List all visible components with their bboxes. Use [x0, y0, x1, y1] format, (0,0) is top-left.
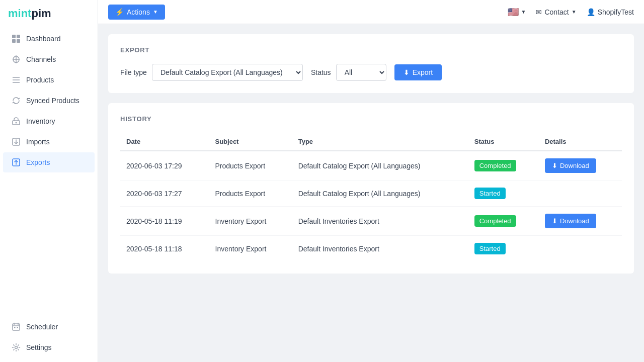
svg-rect-16: [17, 327, 19, 328]
export-title: EXPORT: [120, 46, 622, 54]
contact-label: Contact: [544, 8, 569, 16]
cell-status: Started: [468, 236, 539, 262]
sidebar: mintpim Dashboard Channels: [0, 0, 98, 362]
products-icon: [11, 75, 21, 85]
sidebar-item-settings-label: Settings: [26, 343, 52, 351]
svg-rect-15: [14, 327, 16, 328]
download-icon: ⬇: [552, 217, 557, 225]
col-date: Date: [120, 133, 209, 151]
cell-date: 2020-05-18 11:18: [120, 236, 209, 262]
language-selector[interactable]: 🇺🇸 ▼: [508, 7, 526, 18]
contact-menu[interactable]: ✉ Contact ▼: [536, 8, 576, 16]
download-button[interactable]: ⬇ Download: [545, 214, 596, 228]
status-group: Status All Completed Started Failed: [311, 64, 386, 81]
cell-type: Default Catalog Export (All Languages): [292, 151, 468, 180]
topbar-right: 🇺🇸 ▼ ✉ Contact ▼ 👤 ShopifyTest: [508, 7, 634, 18]
cell-details: ⬇ Download: [539, 207, 622, 236]
inventory-icon: [11, 116, 21, 126]
cell-type: Default Catalog Export (All Languages): [292, 180, 468, 207]
status-label: Status: [311, 68, 331, 76]
history-table-body: 2020-06-03 17:29 Products Export Default…: [120, 151, 622, 261]
logo-pim: pim: [31, 7, 51, 20]
export-section: EXPORT File type Default Catalog Export …: [108, 34, 634, 93]
topbar-left: ⚡ Actions ▼: [108, 5, 165, 20]
table-row: 2020-05-18 11:18 Inventory Export Defaul…: [120, 236, 622, 262]
history-table-header: Date Subject Type Status Details: [120, 133, 622, 151]
cell-status: Completed: [468, 151, 539, 180]
table-row: 2020-06-03 17:29 Products Export Default…: [120, 151, 622, 180]
channels-icon: [11, 54, 21, 64]
status-badge: Completed: [474, 160, 516, 171]
download-label: Download: [560, 162, 589, 169]
sidebar-item-exports-label: Exports: [26, 158, 50, 166]
cell-date: 2020-06-03 17:27: [120, 180, 209, 207]
sidebar-item-dashboard[interactable]: Dashboard: [3, 29, 95, 49]
svg-rect-1: [17, 35, 20, 38]
envelope-icon: ✉: [536, 8, 542, 16]
sidebar-item-synced-products-label: Synced Products: [26, 97, 79, 105]
table-row: 2020-05-18 11:19 Inventory Export Defaul…: [120, 207, 622, 236]
download-button[interactable]: ⬇ Download: [545, 158, 596, 173]
sidebar-item-synced-products[interactable]: Synced Products: [3, 90, 95, 111]
cell-status: Started: [468, 180, 539, 207]
settings-icon: [11, 342, 21, 352]
contact-chevron-icon: ▼: [572, 9, 577, 15]
sidebar-item-imports[interactable]: Imports: [3, 132, 95, 152]
sidebar-item-exports[interactable]: Exports: [3, 152, 95, 172]
file-type-select[interactable]: Default Catalog Export (All Languages) D…: [152, 64, 303, 81]
exports-icon: [11, 157, 21, 167]
sidebar-item-inventory[interactable]: Inventory: [3, 111, 95, 131]
sidebar-item-scheduler-label: Scheduler: [26, 323, 58, 331]
col-type: Type: [292, 133, 468, 151]
language-chevron-icon: ▼: [521, 9, 526, 15]
cell-subject: Products Export: [209, 180, 292, 207]
synced-products-icon: [11, 96, 21, 106]
sidebar-item-settings[interactable]: Settings: [3, 337, 95, 357]
svg-rect-3: [17, 39, 20, 43]
status-badge: Completed: [474, 215, 516, 227]
status-badge: Started: [474, 243, 506, 254]
sidebar-item-products[interactable]: Products: [3, 70, 95, 90]
flag-icon: 🇺🇸: [508, 7, 519, 18]
cell-date: 2020-05-18 11:19: [120, 207, 209, 236]
user-icon: 👤: [587, 8, 595, 16]
sidebar-item-channels-label: Channels: [26, 55, 56, 63]
sidebar-item-imports-label: Imports: [26, 138, 50, 146]
history-title: HISTORY: [120, 115, 622, 123]
history-section: HISTORY Date Subject Type Status Details…: [108, 103, 634, 274]
svg-point-8: [16, 122, 17, 124]
sidebar-item-products-label: Products: [26, 76, 54, 84]
actions-button[interactable]: ⚡ Actions ▼: [108, 5, 165, 20]
cell-details: [539, 236, 622, 262]
cell-type: Default Inventories Export: [292, 236, 468, 262]
table-row: 2020-06-03 17:27 Products Export Default…: [120, 180, 622, 207]
cell-date: 2020-06-03 17:29: [120, 151, 209, 180]
file-type-group: File type Default Catalog Export (All La…: [120, 64, 303, 81]
cell-details: ⬇ Download: [539, 151, 622, 180]
col-subject: Subject: [209, 133, 292, 151]
user-menu[interactable]: 👤 ShopifyTest: [587, 8, 634, 16]
cell-subject: Products Export: [209, 151, 292, 180]
export-button-label: Export: [413, 68, 433, 76]
col-details: Details: [539, 133, 622, 151]
sidebar-item-scheduler[interactable]: Scheduler: [3, 317, 95, 337]
sidebar-item-inventory-label: Inventory: [26, 117, 55, 125]
svg-rect-0: [12, 35, 16, 38]
export-button[interactable]: ⬇ Export: [394, 64, 442, 80]
nav-items: Dashboard Channels Products: [0, 26, 98, 314]
nav-bottom: Scheduler Settings: [0, 314, 98, 362]
download-label: Download: [560, 217, 589, 225]
user-label: ShopifyTest: [598, 8, 634, 16]
status-select[interactable]: All Completed Started Failed: [336, 64, 386, 81]
actions-label: Actions: [127, 8, 150, 16]
export-form: File type Default Catalog Export (All La…: [120, 64, 622, 81]
actions-chevron-icon: ▼: [153, 9, 158, 15]
sidebar-item-channels[interactable]: Channels: [3, 49, 95, 69]
cell-subject: Inventory Export: [209, 207, 292, 236]
download-arrow-icon: ⬇: [404, 68, 410, 76]
topbar: ⚡ Actions ▼ 🇺🇸 ▼ ✉ Contact ▼ 👤 ShopifyTe…: [98, 0, 644, 24]
lightning-icon: ⚡: [115, 8, 124, 16]
cell-status: Completed: [468, 207, 539, 236]
status-badge: Started: [474, 188, 506, 199]
scheduler-icon: [11, 322, 21, 332]
